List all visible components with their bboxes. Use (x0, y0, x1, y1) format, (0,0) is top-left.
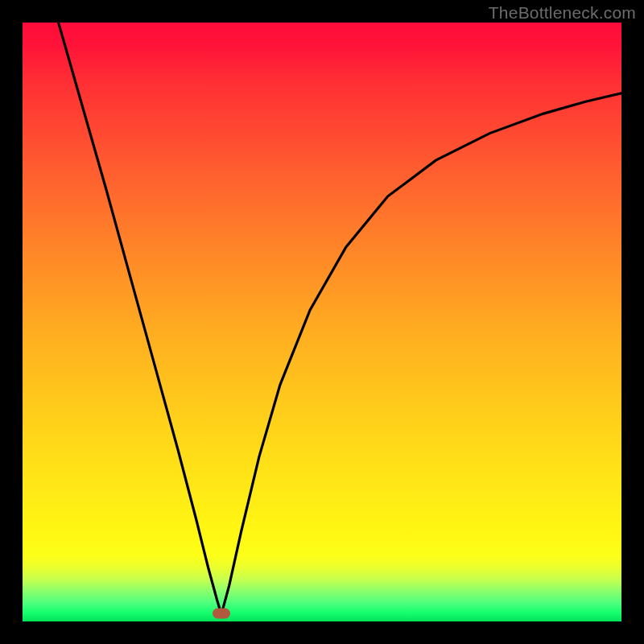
optimal-point-marker (213, 608, 230, 618)
bottleneck-curve (23, 23, 621, 621)
curve-path (59, 23, 621, 614)
watermark-text: TheBottleneck.com (489, 3, 636, 23)
plot-area (23, 23, 621, 621)
chart-frame: TheBottleneck.com (0, 0, 644, 644)
